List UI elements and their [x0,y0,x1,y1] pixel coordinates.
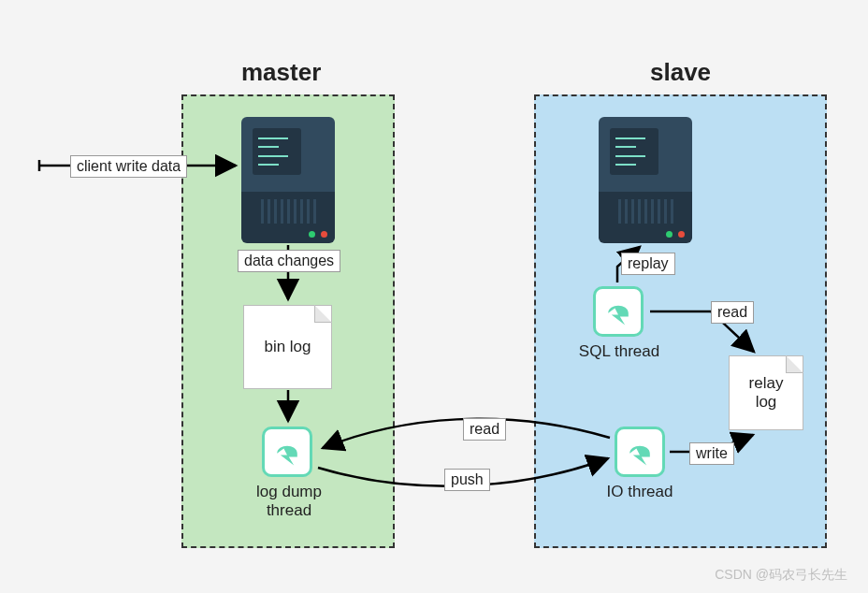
io-thread-label: IO thread [601,483,678,501]
write-label: write [689,442,734,465]
slave-server-icon [599,117,692,243]
relay-log-document: relay log [729,355,803,430]
client-write-label: client write data [70,155,187,178]
log-dump-thread-icon [262,427,312,477]
bin-log-document: bin log [243,305,332,389]
read-label-sql: read [711,301,754,324]
io-thread-icon [615,427,665,477]
slave-title: slave [650,58,711,87]
watermark: CSDN @码农弓长先生 [715,567,847,584]
master-server-icon [241,117,335,243]
push-label: push [444,469,490,491]
replay-label: replay [621,253,675,275]
bin-log-label: bin log [264,338,311,356]
master-title: master [241,58,321,87]
relay-log-label: relay log [749,374,784,412]
read-label-io: read [463,418,506,441]
data-changes-label: data changes [238,250,340,272]
sql-thread-icon [593,286,644,337]
log-dump-thread-label: log dump thread [245,483,333,520]
sql-thread-label: SQL thread [572,342,666,361]
